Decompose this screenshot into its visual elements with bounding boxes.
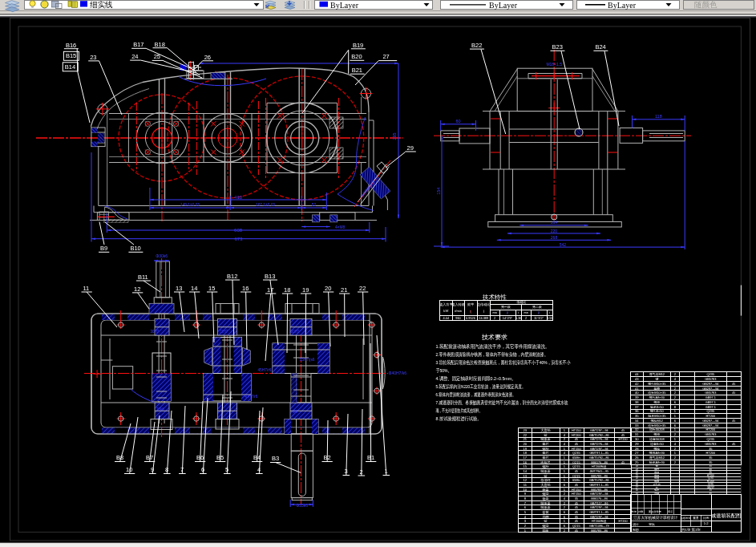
svg-text:Q235: Q235 [707,409,715,413]
svg-text:GB5783—86: GB5783—86 [591,475,608,478]
svg-text:4.55: 4.55 [547,316,553,320]
svg-text:B17: B17 [133,41,144,48]
svg-text:B15: B15 [66,52,76,59]
svg-text:键: 键 [543,519,547,523]
svg-text:螺母: 螺母 [653,432,660,436]
svg-text:10: 10 [126,466,132,473]
svg-text:减速箱装配图: 减速箱装配图 [711,513,741,519]
svg-text:制图: 制图 [633,528,639,532]
svg-text:GB297—94: GB297—94 [702,423,719,427]
svg-text:螺塞: 螺塞 [542,524,548,528]
svg-text:23: 23 [524,428,528,432]
svg-text:3.齿轮装配后用涂色法检查接触斑点，圆柱齿轮沿齿高不小于40: 3.齿轮装配后用涂色法检查接触斑点，圆柱齿轮沿齿高不小于40%，沿齿长不小 [436,359,572,366]
svg-text:4×M8: 4×M8 [335,225,345,229]
svg-text:B16: B16 [66,42,76,49]
svg-text:14: 14 [524,469,528,473]
svg-text:45: 45 [575,529,578,533]
svg-text:Φ30k6: Φ30k6 [156,253,168,258]
svg-text:阶段标记: 阶段标记 [681,517,692,520]
svg-text:52: 52 [312,203,317,207]
svg-text:15: 15 [208,285,215,292]
svg-text:轴承M10×35: 轴承M10×35 [648,414,665,418]
svg-text:45: 45 [575,519,578,523]
svg-text:油塞8×50: 油塞8×50 [650,442,664,446]
svg-text:154: 154 [437,188,442,195]
svg-text:36: 36 [635,409,639,413]
svg-text:共1张 第1张: 共1张 第1张 [681,528,701,532]
svg-text:7.减速器剖分面、各接触面及密封处均不允许漏油，剖分面允许涂: 7.减速器剖分面、各接触面及密封处均不允许漏油，剖分面允许涂密封胶或水玻 [436,399,569,406]
svg-text:24: 24 [131,53,138,60]
svg-text:26: 26 [204,54,211,61]
svg-text:410: 410 [234,195,243,200]
svg-text:GB/T276—94: GB/T276—94 [590,443,608,446]
svg-text:B12: B12 [227,273,237,280]
svg-text:螺钉8×50: 螺钉8×50 [650,409,664,413]
svg-text:效率: 效率 [467,302,475,306]
svg-text:35: 35 [709,456,712,460]
svg-text:HT200: HT200 [572,433,582,437]
svg-text:35: 35 [709,447,712,451]
svg-text:套筒: 套筒 [542,510,548,514]
svg-text:32: 32 [635,427,639,432]
svg-text:轴承盖: 轴承盖 [540,501,550,505]
svg-text:45: 45 [732,383,735,386]
svg-text:轴承8×50: 轴承8×50 [650,405,664,409]
svg-text:960: 960 [455,316,461,320]
svg-text:60: 60 [456,119,461,124]
svg-text:14: 14 [191,285,197,292]
svg-text:GB/T297—94: GB/T297—94 [590,516,608,519]
svg-text:26: 26 [635,456,639,460]
svg-text:标记: 标记 [631,510,637,513]
svg-text:19: 19 [524,447,528,451]
svg-text:螺塞: 螺塞 [542,492,548,496]
svg-text:通气器M12: 通气器M12 [649,372,665,376]
svg-text:Q235: Q235 [707,372,715,376]
svg-text:65Mn: 65Mn [572,478,580,482]
svg-text:第一级: 第一级 [501,305,511,309]
svg-text:21: 21 [341,286,347,294]
svg-text:10: 10 [524,488,528,492]
svg-text:HT150: HT150 [572,488,582,492]
svg-text:34: 34 [635,419,639,423]
svg-text:35: 35 [635,414,639,418]
svg-text:挡圈: 挡圈 [541,515,548,519]
svg-text:45: 45 [732,419,735,423]
svg-text:41: 41 [635,387,639,391]
svg-text:B18: B18 [155,41,165,48]
svg-text:35k6: 35k6 [156,407,164,411]
svg-text:GB/T5782—86: GB/T5782—86 [589,434,609,437]
svg-text:传动比: 传动比 [516,300,526,304]
svg-text:ByLayer: ByLayer [330,1,359,10]
svg-text:17: 17 [524,456,528,460]
svg-text:45: 45 [575,483,578,487]
svg-text:673: 673 [234,237,243,241]
svg-text:6.箱体内壁涂耐油油漆，减速器外表面涂灰色油漆。: 6.箱体内壁涂耐油油漆，减速器外表面涂灰色油漆。 [436,391,516,398]
svg-text:螺栓: 螺栓 [653,447,660,451]
svg-text:B22: B22 [471,42,482,49]
svg-text:设计: 设计 [633,522,639,526]
svg-text:GB/T1096—79: GB/T1096—79 [589,525,609,528]
svg-text:39: 39 [635,395,639,399]
svg-text:8.按试验规程进行试验。: 8.按试验规程进行试验。 [436,415,482,422]
svg-text:垫片: 垫片 [542,456,548,460]
svg-text:螺母A8×30: 螺母A8×30 [649,451,665,455]
svg-text:GB/T297—94: GB/T297—94 [590,429,608,432]
svg-text:GB/T276—94: GB/T276—94 [590,438,608,441]
svg-text:19: 19 [302,286,309,294]
svg-text:45: 45 [575,469,578,473]
svg-text:GB297—94: GB297—94 [702,387,719,391]
svg-text:于50%。: 于50%。 [436,367,452,373]
svg-text:第二级: 第二级 [532,305,542,309]
svg-text:5.装配后箱内注N220工业齿轮油，油量达到规定高度。: 5.装配后箱内注N220工业齿轮油，油量达到规定高度。 [436,383,526,390]
svg-text:JB/T7941—95: JB/T7941—95 [590,470,609,473]
svg-text:20: 20 [524,442,528,446]
svg-text:螺钉M10×35: 螺钉M10×35 [648,382,665,386]
svg-text:5.36: 5.36 [515,316,522,320]
svg-text:14°2'9": 14°2'9" [503,316,513,320]
svg-text:44: 44 [635,372,639,376]
svg-text:30: 30 [635,437,639,441]
svg-text:GB5783: GB5783 [705,391,716,395]
svg-text:220: 220 [551,229,558,233]
svg-text:垫片: 垫片 [542,451,548,455]
svg-text:轴承: 轴承 [542,529,548,533]
